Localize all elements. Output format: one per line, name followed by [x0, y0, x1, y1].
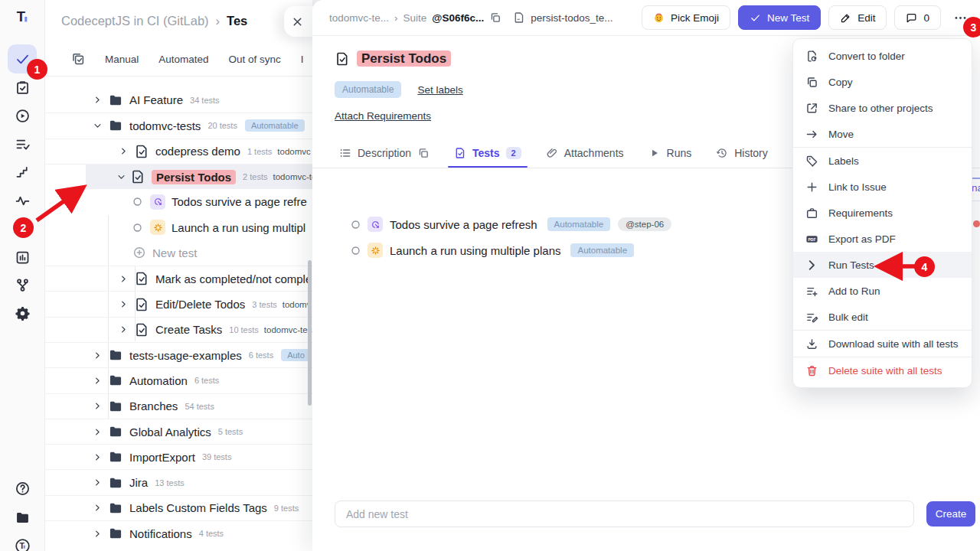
- tree-row[interactable]: Jira13 tests: [45, 469, 312, 494]
- chevron-right-icon-wrap[interactable]: [117, 147, 129, 155]
- menu-item-export-as-pdf[interactable]: PDFExport as PDF: [793, 226, 972, 252]
- chevron-right-icon-wrap[interactable]: [91, 504, 103, 512]
- set-labels-link[interactable]: Set labels: [417, 84, 462, 96]
- tree-row[interactable]: todomvc-tests20 testsAutomatable: [45, 112, 312, 138]
- copy-icon[interactable]: [417, 147, 430, 159]
- chevron-right-icon: [119, 275, 128, 283]
- rail-item-logo-t[interactable]: T: [8, 2, 37, 31]
- menu-item-share-to-other-projects[interactable]: Share to other projects: [793, 95, 972, 121]
- tree-scrollbar[interactable]: [308, 260, 312, 406]
- list-edit-icon: [805, 311, 818, 324]
- filter-automated[interactable]: Automated: [158, 54, 208, 65]
- tree-row[interactable]: tests-usage-examples6 testsAuto: [45, 342, 312, 367]
- suite-file-name[interactable]: persist-todos_te...: [531, 12, 612, 24]
- rail-item-gear[interactable]: [8, 298, 37, 328]
- rail-item-git-branch[interactable]: [8, 270, 37, 299]
- chevron-right-icon: [805, 259, 818, 272]
- circle-icon[interactable]: [351, 220, 361, 230]
- tree-row[interactable]: Persist Todos2 teststodomvc-tes: [45, 164, 312, 189]
- pick-emoji-button[interactable]: Pick Emoji: [642, 5, 730, 30]
- chevron-right-icon-wrap[interactable]: [91, 402, 103, 410]
- comments-button[interactable]: 0: [894, 5, 941, 30]
- tree-row[interactable]: Create Tasks10 teststodomvc-tes: [45, 317, 312, 342]
- tab-attachments[interactable]: Attachments: [546, 139, 624, 168]
- attach-requirements-link[interactable]: Attach Requirements: [335, 110, 431, 122]
- tree-row[interactable]: Launch a run using multipl: [45, 214, 312, 240]
- tab-count-badge: 2: [506, 147, 521, 159]
- menu-item-delete-suite-with-all-tests[interactable]: Delete suite with all tests: [793, 357, 972, 383]
- tree-row[interactable]: codepress demo1 teststodomvc: [45, 139, 312, 164]
- chevron-down-icon-wrap[interactable]: [117, 173, 126, 181]
- tab-runs[interactable]: Runs: [648, 139, 692, 168]
- filter-out-of-sync[interactable]: Out of sync: [229, 54, 281, 65]
- more-options-button[interactable]: [949, 5, 972, 30]
- rail-item-activity[interactable]: [8, 186, 37, 215]
- chevron-right-icon-wrap[interactable]: [91, 377, 103, 385]
- rail-item-avatar-t[interactable]: T: [8, 531, 37, 551]
- rail-item-steps[interactable]: [8, 158, 37, 187]
- tree-row[interactable]: ImportExport39 tests: [45, 444, 312, 469]
- tree-row[interactable]: Branches54 tests: [45, 393, 312, 419]
- rail-item-help-circle[interactable]: [8, 474, 37, 503]
- tab-history[interactable]: History: [716, 139, 768, 168]
- chevron-right-icon-wrap[interactable]: [91, 428, 103, 436]
- add-new-test-input[interactable]: [335, 500, 914, 527]
- menu-item-download-suite-with-all-tests[interactable]: Download suite with all tests: [793, 331, 972, 357]
- suite-id[interactable]: @S06f6c...: [432, 12, 484, 24]
- new-test-button[interactable]: New Test: [738, 5, 821, 30]
- rail-item-bar-chart[interactable]: [8, 243, 37, 272]
- tree-row-count: 54 tests: [185, 402, 214, 411]
- chevron-right-icon-wrap[interactable]: [91, 96, 103, 104]
- tree-row[interactable]: AI Feature34 tests: [45, 87, 312, 112]
- tab-description[interactable]: Description: [339, 139, 430, 168]
- rail-item-folder-solid[interactable]: [8, 503, 37, 532]
- tree-row[interactable]: Notifications4 tests: [45, 520, 312, 546]
- menu-item-bulk-edit[interactable]: Bulk edit: [793, 304, 972, 330]
- rail-item-list-check[interactable]: [8, 129, 37, 158]
- menu-item-convert-to-folder[interactable]: Convert to folder: [793, 43, 972, 69]
- tree-row[interactable]: Edit/Delete Todos3 teststodomv: [45, 291, 312, 316]
- circle-icon[interactable]: [351, 246, 361, 256]
- edit-button[interactable]: Edit: [828, 5, 887, 30]
- chevron-right-icon-wrap[interactable]: [91, 351, 103, 360]
- tree-row[interactable]: Mark as completed/not comple: [45, 266, 312, 291]
- test-row[interactable]: Todos survive a page refreshAutomatable@…: [351, 211, 671, 237]
- rail-item-check[interactable]: [8, 44, 37, 73]
- copy-icon[interactable]: [489, 11, 501, 24]
- icon-rail: TT: [0, 0, 45, 551]
- menu-item-run-tests[interactable]: Run Tests: [793, 252, 972, 278]
- rail-item-box-arrow[interactable]: [8, 214, 37, 243]
- tree-row[interactable]: Todos survive a page refre: [45, 189, 312, 214]
- suite-breadcrumb-parent[interactable]: todomvc-te...: [329, 12, 389, 24]
- chevron-right-icon-wrap[interactable]: [117, 275, 129, 283]
- filter-manual[interactable]: Manual: [105, 54, 139, 65]
- chevron-right-icon-wrap[interactable]: [117, 300, 129, 308]
- rail-item-clipboard-check[interactable]: [8, 73, 37, 102]
- menu-item-copy[interactable]: Copy: [793, 69, 972, 95]
- chevron-right-icon-wrap[interactable]: [91, 530, 103, 538]
- tree-row[interactable]: Automation6 tests: [45, 367, 312, 393]
- tab-tests[interactable]: Tests2: [454, 139, 521, 168]
- tree-row[interactable]: Labels Custom Fields Tags9 tests: [45, 495, 312, 520]
- tree-row-label: todomvc-tests: [129, 119, 201, 132]
- chevron-right-icon-wrap[interactable]: [117, 325, 129, 334]
- menu-item-requirements[interactable]: Requirements: [793, 200, 972, 226]
- menu-item-labels[interactable]: Labels: [793, 148, 972, 174]
- tree-row[interactable]: New test: [45, 240, 312, 266]
- filter-i[interactable]: I: [301, 54, 304, 65]
- create-button[interactable]: Create: [926, 501, 975, 527]
- menu-item-label: Bulk edit: [828, 311, 868, 323]
- chevron-right-icon-wrap[interactable]: [91, 478, 103, 487]
- menu-item-add-to-run[interactable]: Add to Run: [793, 278, 972, 304]
- chevron-down-icon-wrap[interactable]: [91, 122, 103, 130]
- tree-row[interactable]: Global Analytics5 tests: [45, 419, 312, 444]
- menu-item-link-to-issue[interactable]: Link to Issue: [793, 174, 972, 200]
- test-row[interactable]: Launch a run using multiple plansAutomat…: [351, 237, 671, 263]
- rail-item-play-circle[interactable]: [8, 101, 37, 130]
- test-title[interactable]: Launch a run using multiple plans: [390, 244, 560, 257]
- breadcrumb-project[interactable]: CodeceptJS in CI (GitLab): [61, 14, 209, 28]
- share-icon: [805, 102, 818, 115]
- menu-item-move[interactable]: Move: [793, 121, 972, 147]
- test-title[interactable]: Todos survive a page refresh: [390, 218, 537, 231]
- chevron-right-icon-wrap[interactable]: [91, 453, 103, 461]
